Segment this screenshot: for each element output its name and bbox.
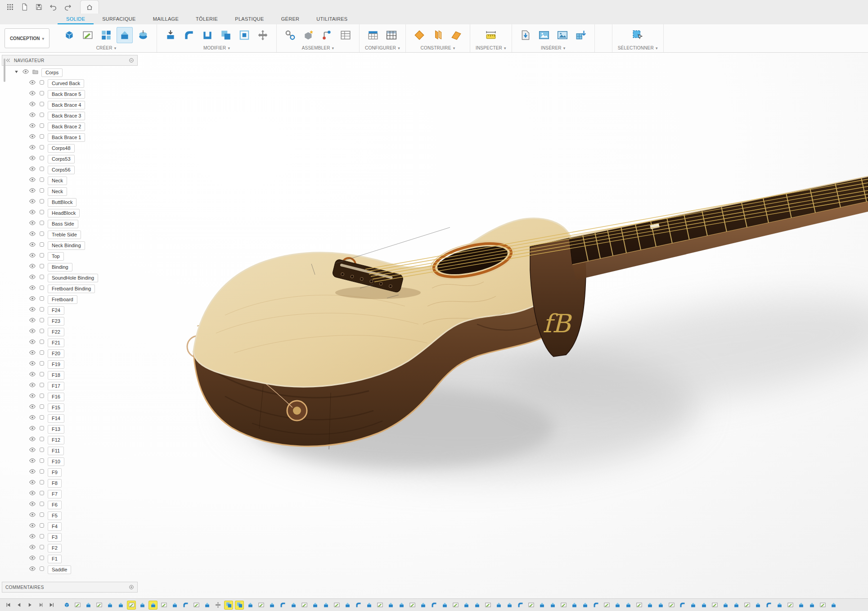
navigator-row[interactable]: Saddle [2,564,138,575]
ribbon-tab[interactable]: SOLIDE [58,14,94,24]
visibility-eye-icon[interactable] [29,306,36,315]
body-label[interactable]: F7 [48,490,62,498]
body-label[interactable]: F21 [48,339,64,347]
as-built-joint[interactable] [319,27,335,43]
timeline-feature[interactable] [592,601,600,609]
visibility-eye-icon[interactable] [29,230,36,239]
navigator-row[interactable]: F17 [2,380,138,391]
undo[interactable] [47,1,59,13]
body-label[interactable]: Fretboard Binding [48,285,95,293]
timeline-feature[interactable] [160,601,168,609]
visibility-eye-icon[interactable] [29,263,36,272]
body-label[interactable]: Corps56 [48,166,75,174]
visibility-eye-icon[interactable] [29,511,36,520]
visibility-eye-icon[interactable] [29,500,36,509]
timeline-feature[interactable] [235,601,243,609]
timeline-feature[interactable] [138,601,146,609]
ribbon-tab[interactable]: MAILLAGE [144,14,187,24]
navigator-row[interactable]: F8 [2,478,138,489]
construction-plane[interactable] [411,27,427,43]
navigator-row[interactable]: F1 [2,553,138,564]
visibility-eye-icon[interactable] [29,392,36,401]
visibility-eye-icon[interactable] [29,208,36,217]
navigator-row[interactable]: Binding [2,262,138,272]
workspace-selector[interactable]: CONCEPTION [4,28,49,48]
bom-table[interactable] [337,27,354,43]
comments-header[interactable]: COMMENTAIRES [2,582,138,593]
timeline-feature[interactable] [462,601,470,609]
timeline-feature[interactable] [279,601,287,609]
navigator-row[interactable]: F4 [2,521,138,532]
timeline-feature[interactable] [106,601,114,609]
body-label[interactable]: Bass Side [48,220,78,228]
navigator-row[interactable]: Back Brace 1 [2,132,138,143]
timeline-feature[interactable] [721,601,729,609]
navigator-scrollbar[interactable] [4,59,5,82]
offset-plane[interactable] [430,27,446,43]
navigator-row[interactable]: F16 [2,391,138,402]
play[interactable] [26,601,34,609]
body-label[interactable]: F4 [48,522,62,531]
body-label[interactable]: F20 [48,349,64,358]
timeline-feature[interactable] [613,601,621,609]
timeline-feature[interactable] [84,601,92,609]
timeline-feature[interactable] [203,601,211,609]
visibility-eye-icon[interactable] [29,554,36,563]
timeline-feature[interactable] [754,601,762,609]
timeline-feature[interactable] [257,601,265,609]
timeline-feature[interactable] [527,601,535,609]
body-label[interactable]: Binding [48,263,72,272]
navigator-row[interactable]: Neck Binding [2,240,138,251]
body-label[interactable]: F3 [48,533,62,542]
visibility-eye-icon[interactable] [29,457,36,466]
body-label[interactable]: F6 [48,501,62,509]
ribbon-group-label[interactable]: ASSEMBLER [302,45,334,51]
navigator-row[interactable]: Back Brace 4 [2,100,138,110]
visibility-eye-icon[interactable] [29,165,36,174]
timeline-feature[interactable] [603,601,611,609]
body-label[interactable]: Curved Back [48,79,84,88]
pattern[interactable] [98,27,114,43]
body-label[interactable]: F10 [48,457,64,466]
visibility-eye-icon[interactable] [29,111,36,120]
body-label[interactable]: F17 [48,382,64,390]
navigator-row[interactable]: F2 [2,543,138,553]
visibility-eye-icon[interactable] [29,295,36,304]
timeline-feature[interactable] [300,601,308,609]
body-label[interactable]: Neck Binding [48,241,85,250]
visibility-eye-icon[interactable] [29,273,36,282]
redo[interactable] [61,1,74,13]
fretboard[interactable] [569,177,868,280]
navigator-row[interactable]: F22 [2,326,138,337]
navigator-row[interactable]: Back Brace 5 [2,89,138,100]
shell[interactable] [199,27,216,43]
body-label[interactable]: Back Brace 3 [48,112,85,120]
timeline-feature[interactable] [473,601,481,609]
visibility-eye-icon[interactable] [29,543,36,552]
navigator-row[interactable]: F15 [2,402,138,413]
visibility-eye-icon[interactable] [29,176,36,185]
navigator-row[interactable]: F11 [2,445,138,456]
ribbon-group-label[interactable]: INSÉRER [541,45,566,51]
expand-icon[interactable] [129,584,134,590]
timeline-feature[interactable] [268,601,276,609]
navigator-root-row[interactable]: Corps [2,67,138,78]
timeline-feature[interactable] [365,601,373,609]
visibility-eye-icon[interactable] [29,144,36,153]
visibility-eye-icon[interactable] [29,425,36,434]
timeline-feature[interactable] [289,601,297,609]
timeline-feature[interactable] [95,601,103,609]
file-menu[interactable] [18,1,31,13]
visibility-eye-icon[interactable] [29,522,36,531]
visibility-eye-icon[interactable] [29,187,36,196]
visibility-eye-icon[interactable] [29,317,36,326]
ribbon-tab[interactable]: GÉRER [273,14,308,24]
visibility-eye-icon[interactable] [29,219,36,228]
timeline-feature[interactable] [441,601,449,609]
timeline-feature[interactable] [570,601,578,609]
body-label[interactable]: SoundHole Binding [48,274,98,282]
timeline-feature[interactable] [505,601,513,609]
body-label[interactable]: F13 [48,425,64,434]
body-label[interactable]: Back Brace 2 [48,122,85,131]
measure[interactable] [483,27,499,43]
